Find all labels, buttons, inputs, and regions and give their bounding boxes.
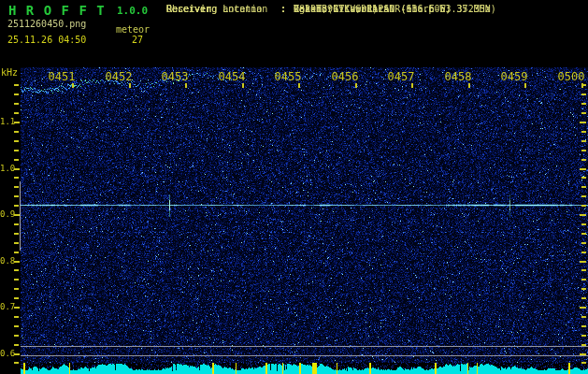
output-filename: 2511260450.png — [7, 19, 86, 29]
time-tick-label: 0500 — [555, 71, 587, 82]
date-time: 25.11.26 04:50 — [7, 35, 86, 45]
time-tick-label: 0452 — [103, 71, 135, 82]
freq-unit-label: kHz — [1, 67, 18, 78]
freq-tick-label: 1.1 — [0, 118, 14, 126]
app-version: 1.0.0 — [117, 5, 148, 17]
freq-tick-label: 0.7 — [0, 303, 14, 311]
freq-tick-label: 0.9 — [0, 210, 14, 219]
time-tick-label: 0455 — [272, 71, 304, 82]
meteor-count: 27 — [132, 35, 143, 45]
time-tick-label: 0459 — [498, 71, 530, 82]
time-tick-label: 0453 — [159, 71, 191, 82]
info-separator: : — [280, 5, 294, 14]
freq-tick-label: 0.6 — [0, 350, 14, 358]
info-label: Receiving antenna — [166, 5, 280, 14]
app-title: H R O F F T — [8, 3, 106, 18]
time-tick-label: 0457 — [385, 71, 417, 82]
time-tick-label: 0451 — [46, 71, 78, 82]
hrofft-screen: H R O F F T 1.0.0 2511260450.png meteor … — [0, 0, 588, 374]
time-tick-label: 0454 — [216, 71, 248, 82]
time-tick-label: 0456 — [329, 71, 361, 82]
info-row: Receiving antenna:2el-HB9CV Vertical (el… — [166, 5, 452, 14]
freq-tick-label: 0.8 — [0, 257, 14, 266]
mode-label: meteor — [116, 24, 150, 35]
time-tick-label: 0458 — [442, 71, 474, 82]
info-value: 2el-HB9CV Vertical (el. E-W) — [294, 5, 452, 14]
spectrogram-plot — [0, 0, 588, 374]
freq-tick-label: 1.0 — [0, 165, 14, 173]
